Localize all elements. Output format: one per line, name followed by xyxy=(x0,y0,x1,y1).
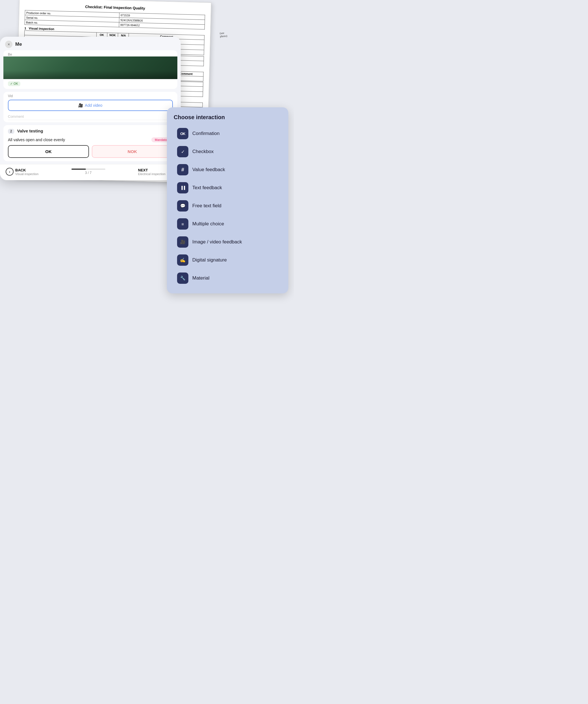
checkbox-label: Checkbox xyxy=(192,149,214,155)
section-image xyxy=(3,56,177,79)
image-video-label: Image / video feedback xyxy=(192,239,242,245)
ci-item-free-text[interactable]: 💬 Free text field xyxy=(174,197,282,214)
valve-testing-section: 2 Valve testing All valves open and clos… xyxy=(3,125,177,161)
image-video-icon: 🎥 xyxy=(177,236,188,248)
next-sublabel: Electrical inspection xyxy=(138,172,166,176)
section-card-image: Be ✓ OK xyxy=(3,50,177,89)
mobile-panel: × Me Be ✓ OK Vid 🎥 Add video Comment 2 V… xyxy=(0,37,181,180)
multiple-choice-icon: ≡ xyxy=(177,218,188,230)
ci-item-digital-signature[interactable]: ✍ Digital signature xyxy=(174,252,282,269)
comment-field[interactable]: Comment xyxy=(8,113,173,120)
ci-item-ok-confirmation[interactable]: OK Confirmation xyxy=(174,125,282,142)
ci-item-text-feedback[interactable]: ▐▐ Text feedback xyxy=(174,179,282,196)
ci-item-multiple-choice[interactable]: ≡ Multiple choice xyxy=(174,216,282,232)
multiple-choice-label: Multiple choice xyxy=(192,221,224,227)
nav-progress: 3 / 7 xyxy=(71,169,105,175)
ok-button[interactable]: OK xyxy=(8,145,89,158)
valve-section-title: 2 Valve testing xyxy=(8,128,173,134)
free-text-label: Free text field xyxy=(192,203,221,209)
nok-button[interactable]: NOK xyxy=(92,145,173,158)
free-text-icon: 💬 xyxy=(177,200,188,212)
video-label: Vid xyxy=(8,94,173,98)
ok-nok-row: OK NOK xyxy=(8,145,173,158)
ci-item-value-feedback[interactable]: # Value feedback xyxy=(174,161,282,178)
close-button[interactable]: × xyxy=(5,41,12,48)
bottom-nav: ‹ BACK Visual inspection 3 / 7 NEXT Elec… xyxy=(0,164,181,180)
valve-question-row: All valves open and close evenly Mandato… xyxy=(8,137,173,142)
panel-title: Me xyxy=(15,42,22,47)
text-feedback-icon: ▐▐ xyxy=(177,182,188,193)
ok-confirmation-label: Confirmation xyxy=(192,131,220,136)
value-feedback-icon: # xyxy=(177,164,188,175)
section-num-badge: 2 xyxy=(8,129,14,134)
see-photo-note: (seephoto) xyxy=(220,31,227,38)
ci-item-image-video[interactable]: 🎥 Image / video feedback xyxy=(174,234,282,250)
panel-header: × Me xyxy=(0,37,181,50)
ci-item-checkbox[interactable]: ✓ Checkbox xyxy=(174,143,282,160)
text-feedback-label: Text feedback xyxy=(192,185,222,191)
valve-question: All valves open and close evenly xyxy=(8,137,65,142)
back-circle-icon: ‹ xyxy=(6,168,13,176)
back-label: BACK xyxy=(15,168,39,172)
add-video-button[interactable]: 🎥 Add video xyxy=(8,100,173,111)
video-camera-icon: 🎥 xyxy=(78,103,83,108)
progress-text: 3 / 7 xyxy=(71,171,105,175)
back-sublabel: Visual inspection xyxy=(15,172,39,176)
digital-signature-icon: ✍ xyxy=(177,254,188,266)
ok-confirmation-icon: OK xyxy=(177,128,188,139)
choose-interaction-panel: Choose interaction OK Confirmation ✓ Che… xyxy=(167,107,288,293)
choose-interaction-title: Choose interaction xyxy=(174,114,282,121)
ci-item-material[interactable]: 🔧 Material xyxy=(174,270,282,287)
next-label: NEXT xyxy=(138,168,166,172)
video-section: Vid 🎥 Add video Comment xyxy=(3,92,177,122)
digital-signature-label: Digital signature xyxy=(192,257,227,263)
be-section-content: ✓ OK xyxy=(3,79,177,89)
material-label: Material xyxy=(192,275,209,281)
back-nav[interactable]: ‹ BACK Visual inspection xyxy=(6,168,39,176)
material-icon: 🔧 xyxy=(177,273,188,284)
value-feedback-label: Value feedback xyxy=(192,167,225,173)
checkbox-icon: ✓ xyxy=(177,146,188,157)
progress-bar xyxy=(71,169,105,170)
be-section-label: Be xyxy=(3,50,177,56)
progress-bar-fill xyxy=(71,169,86,170)
